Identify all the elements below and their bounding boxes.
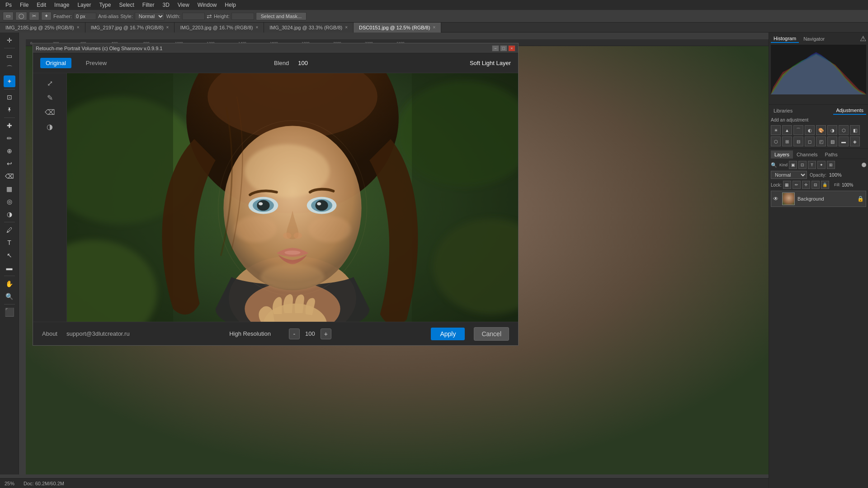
apply-btn[interactable]: Apply [431, 328, 465, 340]
levels-btn[interactable]: ▲ [782, 125, 792, 135]
dialog-brush-tool-btn[interactable]: ✎ [43, 91, 56, 104]
select-and-mask-btn[interactable]: Select and Mask... [256, 12, 307, 20]
eyedropper-tool-btn[interactable]: 🖈 [4, 104, 15, 116]
layer-row-background[interactable]: 👁 Background 🔒 [771, 191, 866, 207]
tab-2[interactable]: IMG_2203.jpg @ 16.7% (RGB/8) × [175, 23, 264, 33]
tab-4[interactable]: DSC0151.jpg @ 12.5% (RGB/8) × [354, 23, 441, 33]
lock-move-btn[interactable]: ✛ [802, 181, 810, 189]
eraser-tool-btn[interactable]: ⌫ [4, 170, 15, 182]
zoom-minus-btn[interactable]: - [289, 328, 300, 339]
histogram-tab[interactable]: Histogram [771, 35, 799, 43]
menu-select[interactable]: Select [115, 1, 137, 9]
libraries-tab[interactable]: Libraries [771, 107, 795, 114]
lock-paint-btn[interactable]: ✏ [793, 181, 801, 189]
dialog-minimize-btn[interactable]: − [492, 45, 499, 52]
elliptical-marquee-tool-btn[interactable]: ◯ [15, 12, 27, 20]
filter-pixel-btn[interactable]: ▣ [789, 161, 797, 169]
dialog-erase-tool-btn[interactable]: ⌫ [43, 106, 56, 118]
tab-2-close[interactable]: × [255, 25, 258, 30]
rectangular-marquee-tool-btn[interactable]: ▭ [3, 12, 14, 20]
photo-filter-btn[interactable]: ⬡ [771, 136, 781, 146]
tab-3[interactable]: IMG_3024.jpg @ 33.3% (RGB/8) × [264, 23, 354, 33]
swap-icon[interactable]: ⇄ [207, 13, 212, 20]
menu-filter[interactable]: Filter [139, 1, 158, 9]
adjustments-tab[interactable]: Adjustments [833, 107, 866, 115]
layer-blend-mode-select[interactable]: Normal [771, 171, 807, 179]
lasso-tool-btn[interactable]: ✂ [29, 12, 39, 20]
gradient-tool-btn[interactable]: ▦ [4, 183, 15, 195]
move-tool-btn[interactable]: ✛ [4, 34, 15, 46]
clone-stamp-btn[interactable]: ⊕ [4, 145, 15, 157]
crop-tool-btn[interactable]: ⊡ [4, 91, 15, 103]
layers-tab-layers[interactable]: Layers [771, 150, 793, 159]
cancel-btn[interactable]: Cancel [474, 327, 509, 341]
lasso-tool-btn[interactable]: ⌒ [4, 63, 15, 75]
height-input[interactable] [231, 13, 254, 20]
style-select[interactable]: Normal [135, 12, 165, 20]
navigator-tab[interactable]: Navigator [801, 35, 827, 42]
lock-artboard-btn[interactable]: ⊟ [811, 181, 820, 189]
menu-type[interactable]: Type [95, 1, 114, 9]
path-select-btn[interactable]: ↖ [4, 249, 15, 261]
posterize-btn[interactable]: ◰ [816, 136, 826, 146]
magic-wand-btn[interactable]: ✦ [41, 12, 52, 20]
zoom-tool-btn[interactable]: 🔍 [4, 291, 15, 302]
tab-3-close[interactable]: × [345, 25, 348, 30]
brightness-contrast-btn[interactable]: ☀ [771, 125, 781, 135]
tab-1[interactable]: IMG_2197.jpg @ 16.7% (RGB/8) × [85, 23, 175, 33]
menu-help[interactable]: Help [221, 1, 240, 9]
menu-3d[interactable]: 3D [159, 1, 173, 9]
vibrance-btn[interactable]: 🎨 [816, 125, 826, 135]
original-tab-btn[interactable]: Original [40, 58, 71, 68]
menu-view[interactable]: View [174, 1, 193, 9]
menu-image[interactable]: Image [51, 1, 73, 9]
dialog-preview-area[interactable] [67, 73, 518, 322]
selective-color-btn[interactable]: ◈ [850, 136, 860, 146]
gradient-map-btn[interactable]: ▬ [839, 136, 849, 146]
hue-saturation-btn[interactable]: ◑ [827, 125, 837, 135]
healing-brush-btn[interactable]: ✚ [4, 120, 15, 131]
text-tool-btn[interactable]: T [4, 237, 15, 249]
lock-all-btn[interactable]: 🔒 [821, 181, 829, 189]
dialog-maximize-btn[interactable]: □ [500, 45, 507, 52]
layers-filter-toggle[interactable] [862, 163, 866, 167]
width-input[interactable] [182, 13, 205, 20]
filter-smartobject-btn[interactable]: ⊞ [827, 161, 835, 169]
invert-btn[interactable]: ◻ [805, 136, 815, 146]
dodge-tool-btn[interactable]: ◑ [4, 208, 15, 220]
curves-btn[interactable]: ⌒ [793, 125, 803, 135]
filter-adjustment-btn[interactable]: ⊡ [798, 161, 807, 169]
zoom-plus-btn[interactable]: + [321, 328, 331, 339]
foreground-bg-colors[interactable]: ⬛ [4, 306, 15, 318]
history-brush-btn[interactable]: ↩ [4, 158, 15, 169]
filter-shape-btn[interactable]: ✦ [817, 161, 826, 169]
brush-tool-btn[interactable]: ✏ [4, 132, 15, 144]
dialog-close-btn[interactable]: × [508, 45, 515, 52]
layers-tab-paths[interactable]: Paths [821, 150, 841, 159]
layer-visibility-icon[interactable]: 👁 [773, 196, 779, 202]
shape-tool-btn[interactable]: ▬ [4, 262, 15, 274]
dialog-zoom-tool-btn[interactable]: ⤢ [43, 77, 56, 89]
color-balance-btn[interactable]: ⬡ [839, 125, 849, 135]
menu-edit[interactable]: Edit [33, 1, 50, 9]
tab-4-close[interactable]: × [433, 25, 435, 30]
black-white-btn[interactable]: ◧ [850, 125, 860, 135]
pen-tool-btn[interactable]: 🖊 [4, 224, 15, 236]
dialog-dodge-tool-btn[interactable]: ◑ [43, 120, 56, 133]
lock-transparent-btn[interactable]: ▦ [783, 181, 791, 189]
filter-type-btn[interactable]: T [808, 161, 816, 169]
marquee-tool-btn[interactable]: ▭ [4, 50, 15, 62]
preview-tab-btn[interactable]: Preview [80, 58, 112, 68]
threshold-btn[interactable]: ▧ [827, 136, 837, 146]
about-btn[interactable]: About [42, 330, 57, 337]
exposure-btn[interactable]: ◐ [805, 125, 815, 135]
color-lookup-btn[interactable]: ⊟ [793, 136, 803, 146]
blur-tool-btn[interactable]: ◎ [4, 196, 15, 207]
hand-tool-btn[interactable]: ✋ [4, 278, 15, 290]
ps-logo[interactable]: Ps [2, 1, 15, 9]
menu-layer[interactable]: Layer [74, 1, 94, 9]
menu-file[interactable]: File [16, 1, 32, 9]
tab-0-close[interactable]: × [77, 25, 80, 30]
tab-0[interactable]: IMG_2185.jpg @ 25% (RGB/8) × [0, 23, 85, 33]
channel-mixer-btn[interactable]: ⊞ [782, 136, 792, 146]
